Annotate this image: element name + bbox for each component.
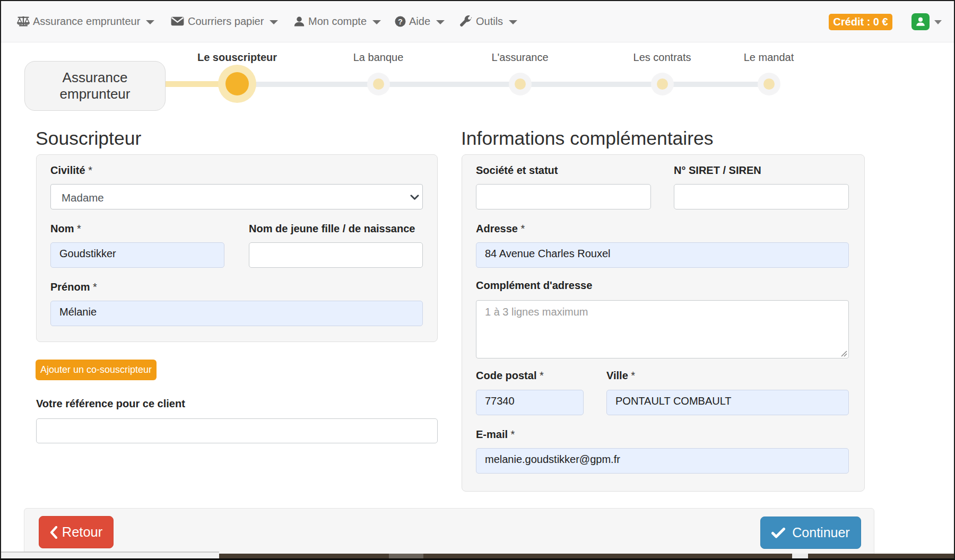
svg-text:?: ? [398, 17, 403, 25]
